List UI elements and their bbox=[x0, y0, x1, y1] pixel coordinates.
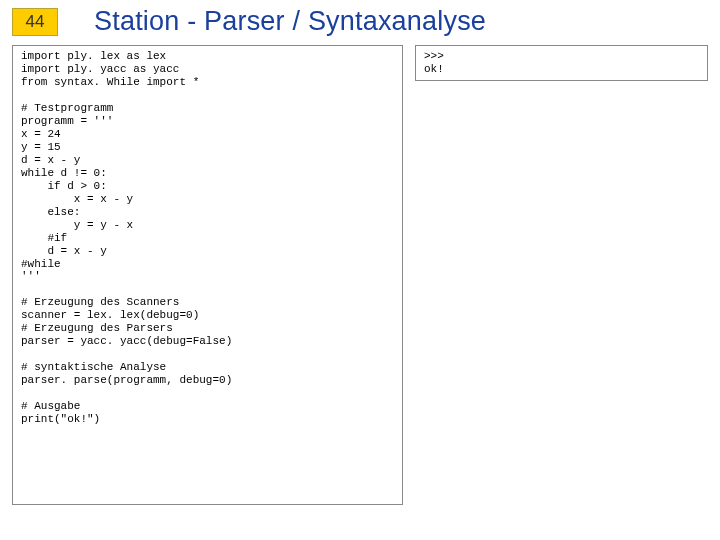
output-box: >>> ok! bbox=[415, 45, 708, 81]
body-row: import ply. lex as lex import ply. yacc … bbox=[12, 45, 708, 505]
slide-number-text: 44 bbox=[26, 12, 45, 32]
slide: 44 Station - Parser / Syntaxanalyse impo… bbox=[0, 0, 720, 540]
slide-header: 44 Station - Parser / Syntaxanalyse bbox=[12, 6, 708, 37]
source-code-box: import ply. lex as lex import ply. yacc … bbox=[12, 45, 403, 505]
page-title: Station - Parser / Syntaxanalyse bbox=[94, 6, 486, 37]
slide-number-badge: 44 bbox=[12, 8, 58, 36]
